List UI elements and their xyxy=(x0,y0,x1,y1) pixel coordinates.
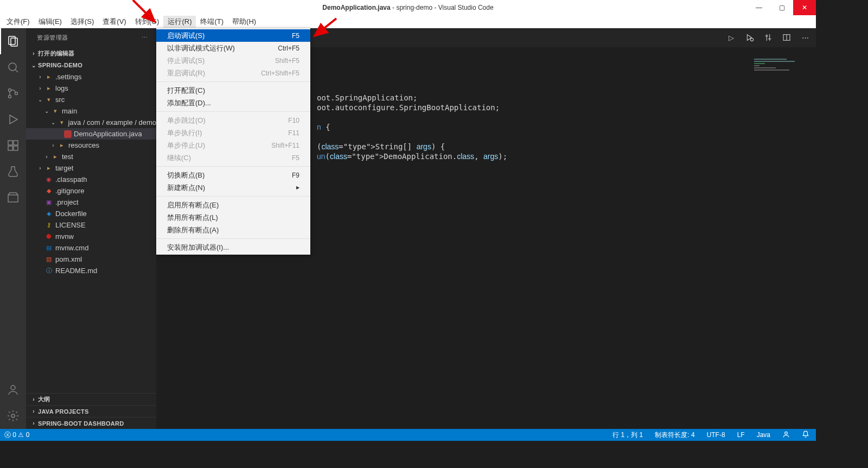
extensions-icon[interactable] xyxy=(0,132,26,159)
menu-1[interactable]: 编辑(E) xyxy=(34,16,66,28)
menu-separator xyxy=(156,238,310,239)
svg-marker-18 xyxy=(747,35,751,41)
menu-separator xyxy=(156,196,310,197)
tree-file[interactable]: ▣.project xyxy=(26,197,156,208)
tree-folder[interactable]: ⌄▾java / com / example / demo xyxy=(26,117,156,128)
compare-icon[interactable] xyxy=(763,31,774,43)
menu-item[interactable]: 启用所有断点(E) xyxy=(156,199,310,211)
menu-item[interactable]: 打开配置(C) xyxy=(156,84,310,97)
menu-item[interactable]: 安装附加调试器(I)... xyxy=(156,241,310,254)
menu-7[interactable]: 帮助(H) xyxy=(228,16,260,28)
svg-point-22 xyxy=(785,432,788,434)
svg-rect-15 xyxy=(14,146,18,150)
menubar: 文件(F)编辑(E)选择(S)查看(V)转到(G)运行(R)终端(T)帮助(H) xyxy=(0,15,816,28)
outline-section[interactable]: ›大纲 xyxy=(26,393,156,405)
close-button[interactable]: ✕ xyxy=(793,0,816,15)
tree-file[interactable]: ▧pom.xml xyxy=(26,254,156,265)
activity-bar xyxy=(0,28,26,429)
status-encoding[interactable]: UTF-8 xyxy=(705,431,727,439)
svg-point-17 xyxy=(11,414,15,418)
status-indent[interactable]: 制表符长度: 4 xyxy=(653,431,697,440)
status-language[interactable]: Java xyxy=(755,431,773,439)
project-section[interactable]: ⌄SPRING-DEMO xyxy=(26,59,156,71)
tree-folder[interactable]: ›▸test xyxy=(26,151,156,162)
svg-point-8 xyxy=(9,89,11,92)
source-control-icon[interactable] xyxy=(0,80,26,106)
tree-folder[interactable]: ⌄▾src xyxy=(26,94,156,105)
menu-item[interactable]: 以非调试模式运行(W)Ctrl+F5 xyxy=(156,42,310,54)
tree-file[interactable]: DemoApplication.java xyxy=(26,128,156,140)
menu-separator xyxy=(156,81,310,82)
status-feedback-icon[interactable] xyxy=(780,431,792,440)
minimap[interactable] xyxy=(754,59,808,124)
tree-folder[interactable]: ›▸.settings xyxy=(26,71,156,83)
menu-item: 重启调试(R)Ctrl+Shift+F5 xyxy=(156,67,310,79)
tree-folder[interactable]: ›▸resources xyxy=(26,140,156,151)
window-controls: — ▢ ✕ xyxy=(748,0,816,15)
run-debug-icon[interactable] xyxy=(0,106,26,132)
menu-item[interactable]: 删除所有断点(A) xyxy=(156,224,310,236)
run-icon[interactable]: ▷ xyxy=(726,31,737,43)
menu-separator xyxy=(156,111,310,112)
open-editors-section[interactable]: ›打开的编辑器 xyxy=(26,47,156,59)
java-projects-section[interactable]: ›JAVA PROJECTS xyxy=(26,405,156,417)
status-line-col[interactable]: 行 1，列 1 xyxy=(610,431,645,440)
svg-line-7 xyxy=(15,69,18,72)
menu-item[interactable]: 启动调试(S)F5 xyxy=(156,29,310,42)
menu-item: 单步执行(I)F11 xyxy=(156,127,310,139)
file-tree: ›▸.settings›▸logs⌄▾src⌄▾main⌄▾java / com… xyxy=(26,71,156,393)
menu-item: 停止调试(S)Shift+F5 xyxy=(156,54,310,67)
spring-boot-dashboard-section[interactable]: ›SPRING-BOOT DASHBOARD xyxy=(26,417,156,429)
svg-point-16 xyxy=(11,385,15,390)
settings-icon[interactable] xyxy=(0,403,26,429)
tree-file[interactable]: ⓘREADME.md xyxy=(26,265,156,276)
status-errors[interactable]: ⓧ 0 ⚠ 0 xyxy=(4,431,29,440)
menu-item[interactable]: 新建断点(N) xyxy=(156,181,310,194)
status-bell-icon[interactable] xyxy=(800,431,812,440)
menu-4[interactable]: 转到(G) xyxy=(131,16,164,28)
editor-actions: ▷ ⋯ xyxy=(726,31,810,43)
tree-file[interactable]: ◉.classpath xyxy=(26,174,156,185)
menu-item: 单步停止(U)Shift+F11 xyxy=(156,139,310,151)
more-actions-icon[interactable]: ⋯ xyxy=(800,31,810,43)
workbench: 资源管理器 ⋯ ›打开的编辑器 ⌄SPRING-DEMO ›▸.settings… xyxy=(0,28,816,429)
split-editor-icon[interactable] xyxy=(781,31,792,43)
explorer-icon[interactable] xyxy=(0,28,26,54)
svg-point-10 xyxy=(15,92,18,95)
more-icon[interactable]: ⋯ xyxy=(142,34,148,41)
menu-3[interactable]: 查看(V) xyxy=(98,16,130,28)
tree-folder[interactable]: ›▸logs xyxy=(26,83,156,94)
tree-file[interactable]: ◈Dockerfile xyxy=(26,208,156,219)
tree-file[interactable]: ⬢mvnw xyxy=(26,231,156,242)
tree-file[interactable]: ◆.gitignore xyxy=(26,185,156,197)
java-projects-icon[interactable] xyxy=(0,185,26,211)
menu-item[interactable]: 添加配置(D)... xyxy=(156,97,310,109)
menu-0[interactable]: 文件(F) xyxy=(2,16,34,28)
menu-5[interactable]: 运行(R) xyxy=(163,16,196,28)
minimize-button[interactable]: — xyxy=(748,0,770,15)
menu-6[interactable]: 终端(T) xyxy=(196,16,228,28)
menu-item[interactable]: 禁用所有断点(L) xyxy=(156,211,310,224)
debug-run-icon[interactable] xyxy=(744,31,755,43)
maximize-button[interactable]: ▢ xyxy=(770,0,793,15)
tree-file[interactable]: ▤mvnw.cmd xyxy=(26,242,156,254)
sidebar-title: 资源管理器 ⋯ xyxy=(26,28,156,47)
tree-folder[interactable]: ›▸target xyxy=(26,162,156,174)
tree-folder[interactable]: ⌄▾main xyxy=(26,105,156,117)
testing-icon[interactable] xyxy=(0,159,26,185)
svg-point-6 xyxy=(9,63,16,71)
sidebar-bottom-panels: ›大纲 ›JAVA PROJECTS ›SPRING-BOOT DASHBOAR… xyxy=(26,393,156,429)
run-menu-dropdown: 启动调试(S)F5以非调试模式运行(W)Ctrl+F5停止调试(S)Shift+… xyxy=(156,28,310,255)
sidebar: 资源管理器 ⋯ ›打开的编辑器 ⌄SPRING-DEMO ›▸.settings… xyxy=(26,28,156,429)
svg-rect-12 xyxy=(8,141,12,145)
search-icon[interactable] xyxy=(0,54,26,80)
svg-rect-14 xyxy=(8,146,12,150)
svg-marker-11 xyxy=(10,115,17,124)
account-icon[interactable] xyxy=(0,377,26,403)
menu-item[interactable]: 切换断点(B)F9 xyxy=(156,169,310,181)
menu-2[interactable]: 选择(S) xyxy=(66,16,98,28)
menu-separator xyxy=(156,166,310,167)
status-eol[interactable]: LF xyxy=(735,431,747,439)
tree-file[interactable]: ⚷LICENSE xyxy=(26,219,156,231)
titlebar: DemoApplication.java - spring-demo - Vis… xyxy=(0,0,816,15)
